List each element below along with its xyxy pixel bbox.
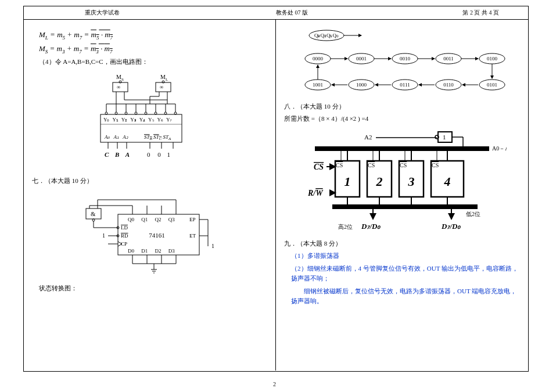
cs2: CS [368,162,375,168]
bottom-cba: C B A [105,151,130,158]
inverter-1: 1 [443,134,446,141]
s0000: 0000 [313,56,324,62]
svg-point-14 [125,112,127,114]
chip2: 2 [376,174,383,189]
ms-bar1: m [91,44,96,53]
ms-var: M [39,44,45,53]
s0110: 0110 [443,82,454,88]
svg-point-16 [145,112,147,114]
a2-label: A2 [364,134,372,141]
pin-ld: LD [121,225,128,231]
step-4-text: （4）令 A=A,B=B,C=C，画出电路图： [39,57,267,66]
counter-diagram: & 74161 Q0 Q1 Q2 Q3 [32,191,267,278]
s1001: 1001 [313,82,323,88]
st-row: STB STC STA [144,134,171,141]
header-pad [30,9,85,17]
svg-point-19 [174,112,177,114]
svg-point-17 [155,112,157,114]
right-column: Q₃Q₂Q₁Q₀ 0000 0001 0010 0011 [276,20,528,371]
state-transition-label: 状态转换图： [39,284,267,293]
memory-diagram: A2 1 A0－A1 1 2 [284,129,520,233]
cs1: CS [336,162,343,168]
header-center: 重庆大学试卷 [85,9,223,17]
cs4: CS [432,162,439,168]
high-2bit: 高2位 [338,224,353,230]
y-row: Y₀ Y₁ Y₂ Y₃ Y₄ Y₅ Y₆ Y₇ [103,117,172,123]
chip4: 4 [444,174,451,189]
decoder-diagram: MS ML ∞ ∞ [32,72,267,171]
nine-2a: （2）细钢丝未磁断前，4 号管脚复位信号有效，OUT 输出为低电平，电容断路，扬… [291,264,520,283]
ml-var: M [39,30,45,39]
header-page-count: 第 2 页 共 4 页 [361,9,522,17]
chip1: 1 [345,174,351,189]
left-column: ML = m5 + m7 = m5 · m7 MS = m3 + m7 = m3… [24,20,276,371]
formula-ML: ML = m5 + m7 = m5 · m7 [39,30,267,41]
nine-1: （1）多谐振荡器 [291,251,520,260]
content-area: ML = m5 + m7 = m5 · m7 MS = m3 + m7 = m3… [24,20,528,371]
one-left: 1 [102,232,105,239]
s0001: 0001 [356,56,367,62]
chip-count-calc: 所需片数 =（8 × 4）/(4 ×2 ) =4 [284,114,520,123]
s1000: 1000 [356,82,367,88]
s0100: 0100 [487,56,498,62]
a0-a1-label: A0－A1 [492,145,507,152]
ms-eq2: = [82,44,91,53]
document-page: 重庆大学试卷 教务处 07 版 第 2 页 共 4 页 ML = m5 + m7… [23,6,529,372]
svg-point-15 [135,112,137,114]
q-row: Q0 Q1 Q2 Q3 [128,217,175,222]
page-header: 重庆大学试卷 教务处 07 版 第 2 页 共 4 页 [24,6,528,20]
section-8-title: 八．（本大题 10 分） [284,102,520,111]
pin-rd: RD [121,233,128,239]
start-state: Q₃Q₂Q₁Q₀ [314,33,339,38]
bottom-001: 0 0 1 [147,151,170,158]
d7d0-low: D₇/D₀ [441,222,461,231]
state-diagram: Q₃Q₂Q₁Q₀ 0000 0001 0010 0011 [284,27,520,96]
ml-bar2: m [105,30,110,39]
label-ml: ML [160,74,168,82]
svg-point-18 [164,112,167,114]
pin-ep: EP [189,217,196,222]
section-7-title: 七．（本大题 10 分） [32,177,267,185]
ms-bar2: m [105,44,110,53]
s0011: 0011 [443,56,454,62]
low-2bit: 低2位 [466,211,480,217]
svg-point-13 [115,112,117,114]
ml-plus: + m [65,30,80,39]
nand2-icon: ∞ [160,84,163,90]
ml-dot: · [99,30,105,39]
nine-2b: 细钢丝被磁断后，复位信号无效，电路为多谐振荡器，OUT 端电容充放电，扬声器响。 [291,286,520,305]
rw-label: R/W [307,189,324,197]
section-9-title: 九．（本大题 8 分） [284,239,520,248]
chip-74161: 74161 [149,232,165,239]
ms-plus: + m [65,44,80,53]
s0111: 0111 [400,82,410,88]
one-right: 1 [211,243,214,249]
svg-rect-94 [315,146,489,151]
ml-eq: = m [48,30,63,39]
svg-rect-109 [332,204,478,209]
cs3: CS [400,162,407,168]
svg-point-12 [105,112,107,114]
ms-eq: = m [48,44,62,53]
s0101: 0101 [487,82,497,88]
s0010: 0010 [400,56,411,62]
page-number: 2 [273,381,276,387]
ml-bar2s: 7 [110,35,113,41]
d7d0-high: D₇/D₀ [361,222,381,231]
cs-big-label: CS [314,163,324,171]
d-row: D0 D1 D2 D3 [128,248,175,254]
ms-bar2s: 7 [110,48,113,54]
pin-et: ET [189,233,196,239]
and-gate: & [91,210,96,217]
chip3: 3 [408,174,415,189]
ml-eq2: = [82,30,91,39]
header-class: 教务处 07 版 [223,9,361,17]
ml-bar1: m [91,30,96,39]
formula-MS: MS = m3 + m7 = m3 · m7 [39,44,267,55]
addr-row: A₀ A₁ A₂ [104,134,128,140]
svg-point-38 [92,219,95,221]
nand1-icon: ∞ [117,84,120,90]
ms-dot: · [99,44,105,53]
